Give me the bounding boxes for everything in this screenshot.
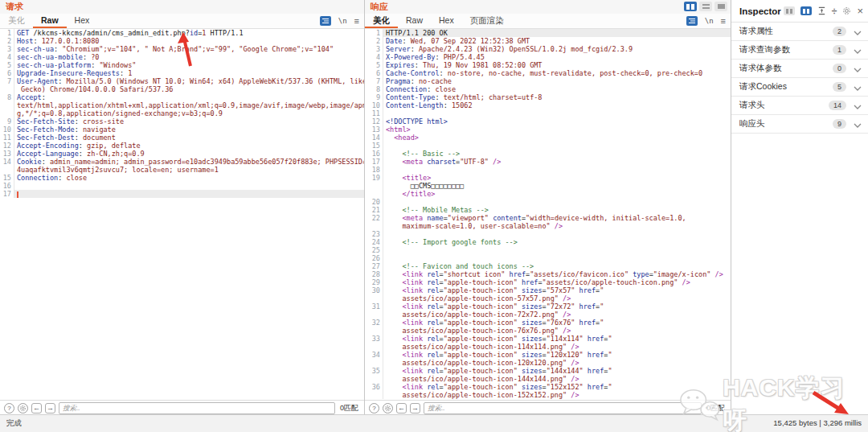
- search-settings-gear-icon[interactable]: [383, 403, 393, 413]
- code-row[interactable]: 2Date: Wed, 07 Sep 2022 12:52:38 GMT: [365, 37, 731, 45]
- code-row[interactable]: 33 <link rel="apple-touch-icon" sizes="1…: [365, 335, 731, 343]
- tab-pretty[interactable]: 美化: [0, 14, 33, 28]
- search-next-button[interactable]: →: [45, 403, 55, 413]
- code-row[interactable]: 29 <link rel="apple-touch-icon" href="as…: [365, 278, 731, 286]
- code-row[interactable]: maximum-scale=1.0, user-scalable=no" />: [365, 222, 731, 230]
- code-row[interactable]: 15Connection: close: [0, 174, 364, 182]
- code-row[interactable]: 25: [365, 246, 731, 254]
- code-row[interactable]: 35 <link rel="apple-touch-icon" sizes="1…: [365, 367, 731, 375]
- code-row[interactable]: 12Accept-Encoding: gzip, deflate: [0, 142, 364, 150]
- inspector-dock-right-button[interactable]: [800, 6, 812, 15]
- code-row[interactable]: 24 <!-- Import google fonts -->: [365, 238, 731, 246]
- code-row[interactable]: 8Connection: close: [365, 85, 731, 93]
- code-row[interactable]: assets/ico/apple-touch-icon-72x72.png" /…: [365, 311, 731, 319]
- search-settings-gear-icon[interactable]: [18, 403, 28, 413]
- code-row[interactable]: 36 <link rel="apple-touch-icon" sizes="1…: [365, 383, 731, 391]
- code-row[interactable]: assets/ico/apple-touch-icon-120x120.png"…: [365, 359, 731, 367]
- code-row[interactable]: 17: [0, 190, 364, 198]
- code-row[interactable]: 3Server: Apache/2.4.23 (Win32) OpenSSL/1…: [365, 45, 731, 53]
- code-row[interactable]: 4sec-ch-ua-mobile: ?0: [0, 53, 364, 61]
- editor-menu-icon[interactable]: ≡: [721, 17, 726, 26]
- code-row[interactable]: 11Sec-Fetch-Dest: document: [0, 134, 364, 142]
- code-row[interactable]: 9Content-Type: text/html; charset=utf-8: [365, 93, 731, 101]
- tab-raw[interactable]: Raw: [33, 14, 67, 28]
- code-row[interactable]: 3sec-ch-ua: "Chromium";v="104", " Not A;…: [0, 45, 364, 53]
- code-row[interactable]: 13<html>: [365, 125, 731, 134]
- code-row[interactable]: </title>: [365, 190, 731, 198]
- code-row[interactable]: 14 <head>: [365, 134, 731, 142]
- search-help-icon[interactable]: ?: [4, 403, 14, 413]
- inspector-section-response-headers[interactable]: 响应头9: [731, 115, 868, 134]
- search-next-button[interactable]: →: [410, 403, 420, 413]
- code-row[interactable]: assets/ico/apple-touch-icon-152x152.png"…: [365, 391, 731, 399]
- code-row[interactable]: 34 <link rel="apple-touch-icon" sizes="1…: [365, 351, 731, 359]
- code-row[interactable]: 21 <!-- Mobile Metas -->: [365, 206, 731, 214]
- chevron-down-icon[interactable]: [854, 117, 862, 131]
- response-editor[interactable]: 1HTTP/1.1 200 OK2Date: Wed, 07 Sep 2022 …: [365, 29, 731, 401]
- code-row[interactable]: assets/ico/apple-touch-icon-114x114.png"…: [365, 343, 731, 351]
- inspector-dock-left-button[interactable]: [784, 6, 795, 15]
- expand-sections-icon[interactable]: ÷: [832, 6, 837, 16]
- code-row[interactable]: 10Content-Length: 15062: [365, 101, 731, 109]
- inspector-settings-gear-icon[interactable]: [842, 4, 851, 19]
- code-row[interactable]: 5sec-ch-ua-platform: "Windows": [0, 61, 364, 69]
- code-row[interactable]: 1HTTP/1.1 200 OK: [365, 29, 731, 37]
- tab-raw[interactable]: Raw: [398, 14, 431, 28]
- layout-columns-button[interactable]: [684, 2, 697, 11]
- code-row[interactable]: 22 <meta name="viewport" content="width=…: [365, 214, 731, 222]
- code-row[interactable]: 12<!DOCTYPE html>: [365, 117, 731, 125]
- chevron-down-icon[interactable]: [854, 43, 862, 57]
- response-search-input[interactable]: [424, 402, 702, 414]
- tab-render[interactable]: 页面渲染: [462, 14, 512, 28]
- chevron-down-icon[interactable]: [854, 80, 862, 94]
- editor-menu-icon[interactable]: ≡: [354, 17, 359, 26]
- tab-pretty[interactable]: 美化: [365, 14, 398, 28]
- code-row[interactable]: assets/ico/apple-touch-icon-144x144.png"…: [365, 375, 731, 383]
- code-row[interactable]: 6Cache-Control: no-store, no-cache, must…: [365, 69, 731, 77]
- pretty-print-icon[interactable]: [320, 16, 331, 26]
- tab-hex[interactable]: Hex: [431, 14, 462, 28]
- code-row[interactable]: □□CMS□□□□□□□□: [365, 182, 731, 190]
- code-row[interactable]: 9Sec-Fetch-Site: cross-site: [0, 117, 364, 125]
- code-row[interactable]: 30 <link rel="apple-touch-icon" sizes="5…: [365, 286, 731, 294]
- code-row[interactable]: 16 <!-- Basic -->: [365, 150, 731, 158]
- inspector-close-icon[interactable]: ×: [857, 6, 863, 16]
- request-search-input[interactable]: [59, 402, 335, 414]
- code-row[interactable]: assets/ico/apple-touch-icon-57x57.png" /…: [365, 294, 731, 302]
- code-row[interactable]: Gecko) Chrome/104.0.0.0 Safari/537.36: [0, 85, 364, 93]
- code-row[interactable]: 6Upgrade-Insecure-Requests: 1: [0, 69, 364, 77]
- inspector-section-request-headers[interactable]: 请求头14: [731, 97, 868, 115]
- code-row[interactable]: text/html,application/xhtml+xml,applicat…: [0, 101, 364, 109]
- code-row[interactable]: 8Accept:: [0, 93, 364, 101]
- code-row[interactable]: assets/ico/apple-touch-icon-76x76.png" /…: [365, 327, 731, 335]
- show-newlines-icon[interactable]: \n: [705, 17, 714, 25]
- inspector-section-request-query-params[interactable]: 请求查询参数1: [731, 41, 868, 60]
- code-row[interactable]: 11: [365, 109, 731, 117]
- chevron-down-icon[interactable]: [854, 61, 862, 76]
- search-prev-button[interactable]: ←: [31, 403, 42, 413]
- code-row[interactable]: 2Host: 127.0.0.1:8080: [0, 37, 364, 45]
- code-row[interactable]: 18: [365, 166, 731, 174]
- code-row[interactable]: 5Expires: Thu, 19 Nov 1981 08:52:00 GMT: [365, 61, 731, 69]
- chevron-down-icon[interactable]: [854, 24, 862, 39]
- layout-rows-button[interactable]: [699, 2, 712, 11]
- tab-hex[interactable]: Hex: [67, 14, 98, 28]
- code-row[interactable]: 4X-Powered-By: PHP/5.4.45: [365, 53, 731, 61]
- search-help-icon[interactable]: ?: [369, 403, 379, 413]
- code-row[interactable]: 13Accept-Language: zh-CN,zh;q=0.9: [0, 150, 364, 158]
- chevron-down-icon[interactable]: [854, 98, 862, 113]
- code-row[interactable]: 20: [365, 198, 731, 206]
- code-row[interactable]: 32 <link rel="apple-touch-icon" sizes="7…: [365, 319, 731, 327]
- inspector-section-request-attributes[interactable]: 请求属性2: [731, 23, 868, 41]
- code-row[interactable]: 7Pragma: no-cache: [365, 77, 731, 85]
- code-row[interactable]: 19 <title>: [365, 174, 731, 182]
- code-row[interactable]: 23: [365, 230, 731, 238]
- request-editor[interactable]: 1GET /kkcms-kkcms/admin/cms_admin_edit.p…: [0, 29, 364, 401]
- inspector-section-request-body-params[interactable]: 请求体参数0: [731, 60, 868, 78]
- code-row[interactable]: 4uaqafktvmil3v6qmtj2suvcu7; locale=en; u…: [0, 166, 364, 174]
- search-prev-button[interactable]: ←: [396, 403, 407, 413]
- code-row[interactable]: 31 <link rel="apple-touch-icon" sizes="7…: [365, 302, 731, 311]
- code-row[interactable]: 28 <link rel="shortcut icon" href="asset…: [365, 270, 731, 278]
- code-row[interactable]: 27 <!-- Favicon and touch icons -->: [365, 262, 731, 270]
- code-row[interactable]: 16: [0, 182, 364, 190]
